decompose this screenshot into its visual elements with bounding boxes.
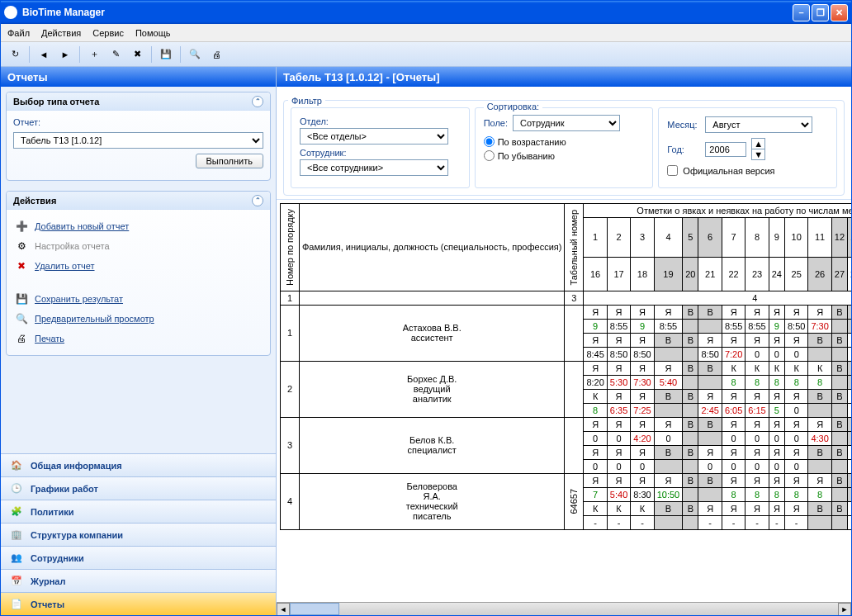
- scroll-left-icon[interactable]: ◄: [277, 603, 290, 615]
- nav-label: Общая информация: [31, 461, 122, 471]
- titlebar: BioTime Manager – ❐ ✕: [1, 1, 851, 24]
- app-icon: [4, 6, 17, 19]
- nav-journal[interactable]: 📅Журнал: [1, 569, 276, 592]
- main-title: Табель Т13 [1.0.12] - [Отчеты]: [277, 67, 851, 87]
- sort-field-select[interactable]: Сотрудник: [513, 115, 620, 131]
- report-icon: 📄: [9, 597, 24, 612]
- edit-icon[interactable]: ✎: [106, 45, 125, 64]
- sort-asc-radio[interactable]: [484, 136, 495, 147]
- official-label: Официальная версия: [683, 166, 774, 176]
- sidebar-title: Отчеты: [1, 67, 276, 87]
- report-type-panel: Выбор типа отчета ⌃ Отчет: Табель Т13 [1…: [6, 92, 271, 181]
- nav-policies[interactable]: 🧩Политики: [1, 500, 276, 523]
- report-label: Отчет:: [13, 117, 40, 127]
- org-icon: 🏢: [9, 528, 24, 543]
- preview-icon[interactable]: 🔍: [186, 45, 204, 64]
- puzzle-icon: 🧩: [9, 505, 24, 519]
- menu-help[interactable]: Помощь: [135, 28, 171, 38]
- menu-file[interactable]: Файл: [7, 28, 30, 38]
- nav-structure[interactable]: 🏢Структура компании: [1, 523, 276, 546]
- delete-report-link[interactable]: Удалить отчет: [35, 261, 95, 271]
- forward-icon[interactable]: ►: [56, 45, 74, 64]
- back-icon[interactable]: ◄: [35, 45, 53, 64]
- delete-icon[interactable]: ✖: [128, 45, 146, 64]
- collapse-icon[interactable]: ⌃: [252, 96, 263, 107]
- preview-link[interactable]: Предварительный просмотр: [35, 314, 154, 324]
- print-link[interactable]: Печать: [35, 334, 64, 344]
- minimize-button[interactable]: –: [793, 4, 810, 21]
- sort-asc-label: По возрастанию: [498, 137, 566, 147]
- year-up-icon[interactable]: ▲: [752, 139, 764, 149]
- official-checkbox[interactable]: [667, 165, 678, 176]
- home-icon: 🏠: [9, 458, 24, 473]
- main: Табель Т13 [1.0.12] - [Отчеты] Фильтр От…: [277, 67, 851, 615]
- collapse-icon[interactable]: ⌃: [252, 195, 263, 206]
- scroll-right-icon[interactable]: ►: [838, 603, 851, 615]
- run-button[interactable]: Выполнить: [196, 154, 263, 168]
- add-icon[interactable]: ＋: [85, 45, 103, 64]
- report-type-header: Выбор типа отчета: [13, 97, 99, 107]
- nav-label: Политики: [31, 507, 74, 517]
- add-report-icon: ➕: [15, 220, 28, 233]
- preview-link-icon: 🔍: [15, 312, 28, 325]
- actions-header: Действия: [13, 196, 56, 206]
- horizontal-scrollbar[interactable]: ◄ ►: [277, 602, 851, 615]
- filter-panel: Фильтр Отдел: <Все отделы> Сотрудник: <В…: [277, 87, 851, 199]
- year-spinner[interactable]: [705, 142, 746, 157]
- print-icon[interactable]: 🖨: [207, 45, 225, 64]
- nav-label: Графики работ: [31, 484, 98, 494]
- dept-label: Отдел:: [300, 116, 461, 126]
- emp-select[interactable]: <Все сотрудники>: [300, 159, 448, 176]
- save-icon[interactable]: 💾: [157, 45, 175, 64]
- year-label: Год:: [667, 145, 700, 154]
- sort-field-label: Поле:: [484, 118, 508, 128]
- toolbar: ↻ ◄ ► ＋ ✎ ✖ 💾 🔍 🖨: [1, 42, 851, 67]
- year-down-icon[interactable]: ▼: [752, 149, 764, 159]
- save-result-link[interactable]: Сохранить результат: [35, 294, 123, 304]
- emp-label: Сотрудник:: [300, 148, 461, 158]
- report-table: Номер по порядкуФамилия, инициалы, должн…: [280, 203, 851, 530]
- nav: 🏠Общая информация 🕒Графики работ 🧩Полити…: [1, 453, 276, 615]
- clock-icon: 🕒: [9, 481, 24, 496]
- nav-schedules[interactable]: 🕒Графики работ: [1, 476, 276, 500]
- app-window: BioTime Manager – ❐ ✕ Файл Действия Серв…: [0, 0, 852, 616]
- report-select[interactable]: Табель Т13 [1.0.12]: [13, 132, 263, 149]
- nav-label: Структура компании: [31, 530, 123, 540]
- window-title: BioTime Manager: [22, 7, 793, 18]
- actions-panel: Действия ⌃ ➕Добавить новый отчет ⚙Настро…: [6, 191, 271, 356]
- maximize-button[interactable]: ❐: [812, 4, 829, 21]
- settings-report-icon: ⚙: [15, 239, 28, 253]
- dept-select[interactable]: <Все отделы>: [300, 128, 448, 145]
- nav-label: Сотрудники: [31, 553, 84, 563]
- sort-desc-label: По убыванию: [498, 151, 555, 161]
- nav-employees[interactable]: 👥Сотрудники: [1, 546, 276, 569]
- calendar-icon: 📅: [9, 574, 24, 589]
- refresh-icon[interactable]: ↻: [6, 45, 24, 64]
- settings-report-link[interactable]: Настройка отчета: [35, 241, 110, 251]
- nav-general[interactable]: 🏠Общая информация: [1, 453, 276, 476]
- menu-actions[interactable]: Действия: [41, 28, 81, 38]
- nav-label: Журнал: [31, 576, 65, 586]
- month-select[interactable]: Август: [705, 116, 812, 133]
- scroll-thumb[interactable]: [290, 603, 339, 615]
- people-icon: 👥: [9, 551, 24, 566]
- sidebar: Отчеты Выбор типа отчета ⌃ Отчет: Табель…: [1, 67, 277, 615]
- close-button[interactable]: ✕: [831, 4, 848, 21]
- print-link-icon: 🖨: [15, 332, 28, 345]
- nav-reports[interactable]: 📄Отчеты: [1, 592, 276, 615]
- delete-report-icon: ✖: [15, 259, 28, 272]
- report-grid[interactable]: Номер по порядкуФамилия, инициалы, должн…: [277, 199, 851, 602]
- filter-caption: Фильтр: [288, 96, 325, 106]
- menu-service[interactable]: Сервис: [92, 28, 124, 38]
- nav-label: Отчеты: [31, 599, 64, 609]
- menubar: Файл Действия Сервис Помощь: [1, 24, 851, 42]
- save-result-icon: 💾: [15, 292, 28, 306]
- sort-caption: Сортировка:: [484, 102, 542, 111]
- sort-desc-radio[interactable]: [484, 150, 495, 161]
- month-label: Месяц:: [667, 120, 700, 130]
- add-report-link[interactable]: Добавить новый отчет: [35, 221, 129, 231]
